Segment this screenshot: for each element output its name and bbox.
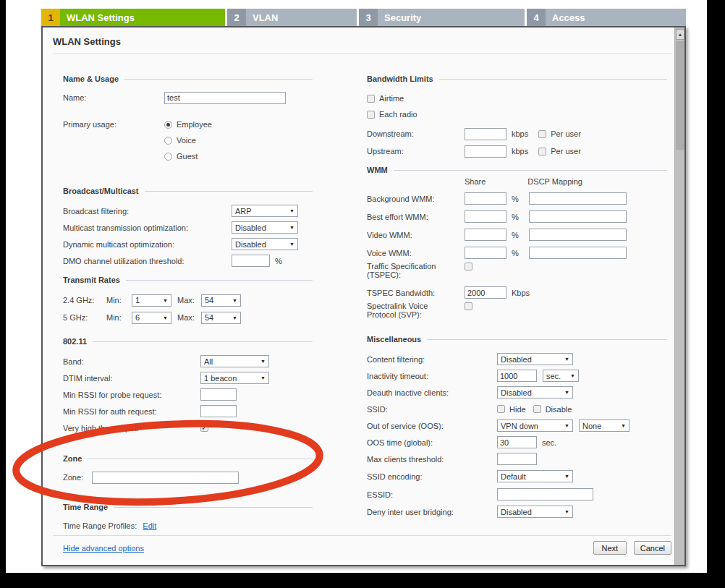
name-label: Name: bbox=[63, 93, 164, 102]
section-80211: 802.11 Band: All ▼ DTIM interval: 1 beac… bbox=[63, 336, 313, 436]
edit-time-range-link[interactable]: Edit bbox=[143, 521, 156, 530]
background-dscp-input[interactable] bbox=[529, 192, 627, 205]
inactivity-unit-select[interactable]: sec. ▼ bbox=[543, 370, 579, 382]
band-label: Band: bbox=[63, 357, 200, 366]
divider bbox=[427, 339, 667, 340]
voice-share-input[interactable] bbox=[465, 247, 506, 259]
voice-dscp-input[interactable] bbox=[529, 247, 627, 259]
deauth-clients-select[interactable]: Disabled ▼ bbox=[497, 386, 573, 399]
vht-label: Very high throughput: bbox=[63, 424, 200, 433]
min-rate-5-select[interactable]: 6 ▼ bbox=[132, 312, 171, 324]
select-value: 6 bbox=[135, 313, 140, 322]
min-label: Min: bbox=[106, 296, 132, 304]
max-rate-24-select[interactable]: 54 ▼ bbox=[201, 294, 241, 307]
dmo-threshold-input[interactable] bbox=[232, 255, 270, 267]
tab-access[interactable]: 4 Access bbox=[527, 9, 686, 26]
best-effort-dscp-input[interactable] bbox=[529, 210, 627, 223]
select-value: None bbox=[582, 422, 601, 430]
min-rate-24-select[interactable]: 1 ▼ bbox=[132, 294, 171, 307]
dtim-interval-select[interactable]: 1 beacon ▼ bbox=[200, 372, 269, 384]
tspec-bandwidth-input[interactable] bbox=[465, 286, 506, 299]
deauth-clients-label: Deauth inactive clients: bbox=[367, 388, 497, 397]
tab-security[interactable]: 3 Security bbox=[359, 9, 525, 26]
next-button[interactable]: Next bbox=[593, 541, 627, 555]
essid-input[interactable] bbox=[497, 488, 593, 500]
vht-checkbox[interactable]: ✓ bbox=[200, 424, 208, 432]
ssid-encoding-select[interactable]: Default ▼ bbox=[497, 470, 573, 482]
max-clients-input[interactable] bbox=[497, 453, 537, 465]
select-value: sec. bbox=[546, 372, 561, 380]
auth-rssi-input[interactable] bbox=[200, 405, 237, 417]
scroll-up-button[interactable]: ▲ bbox=[676, 29, 684, 40]
broadcast-filtering-select[interactable]: ARP ▼ bbox=[232, 205, 298, 217]
section-miscellaneous: Miscellaneous Content filtering: Disable… bbox=[367, 334, 667, 520]
dropdown-arrow-icon: ▼ bbox=[564, 423, 569, 428]
name-input[interactable] bbox=[164, 92, 286, 104]
scroll-thumb[interactable] bbox=[676, 41, 684, 150]
dropdown-arrow-icon: ▼ bbox=[232, 315, 237, 320]
dynamic-multicast-label: Dynamic multicast optimization: bbox=[63, 240, 232, 249]
select-value: ARP bbox=[235, 207, 252, 216]
tspec-checkbox[interactable] bbox=[465, 263, 472, 270]
hide-advanced-options-link[interactable]: Hide advanced options bbox=[63, 544, 144, 553]
select-value: Disabled bbox=[501, 355, 532, 364]
best-effort-wmm-label: Best effort WMM: bbox=[367, 213, 465, 221]
airtime-label: Airtime bbox=[379, 94, 404, 103]
select-value: 54 bbox=[205, 313, 213, 322]
select-value: 54 bbox=[205, 296, 213, 304]
band-24-label: 2.4 GHz: bbox=[63, 296, 106, 304]
dynamic-multicast-select[interactable]: Disabled ▼ bbox=[232, 238, 298, 250]
oos-secondary-select[interactable]: None ▼ bbox=[579, 419, 629, 432]
guest-radio-label: Guest bbox=[177, 152, 198, 161]
band-5-label: 5 GHz: bbox=[63, 313, 106, 322]
dmo-threshold-label: DMO channel utilization threshold: bbox=[63, 257, 232, 265]
multicast-transmission-select[interactable]: Disabled ▼ bbox=[232, 221, 298, 234]
hide-label: Hide bbox=[509, 405, 526, 414]
upstream-input[interactable] bbox=[465, 145, 506, 158]
downstream-input[interactable] bbox=[465, 128, 506, 140]
tab-label: Security bbox=[378, 9, 525, 26]
select-value: Disabled bbox=[235, 223, 266, 232]
section-wmm: WMM Share DSCP Mapping Background WMM: %… bbox=[367, 165, 667, 323]
max-rate-5-select[interactable]: 54 ▼ bbox=[201, 312, 241, 324]
background-share-input[interactable] bbox=[465, 192, 506, 205]
guest-radio[interactable] bbox=[164, 153, 172, 161]
employee-radio[interactable] bbox=[164, 121, 172, 129]
tab-wlan-settings[interactable]: 1 WLAN Settings bbox=[41, 9, 225, 26]
each-radio-checkbox[interactable] bbox=[367, 111, 375, 119]
video-share-input[interactable] bbox=[465, 229, 506, 241]
airtime-checkbox[interactable] bbox=[367, 95, 375, 103]
divider bbox=[93, 341, 313, 342]
oos-time-input[interactable] bbox=[497, 436, 537, 448]
tab-vlan[interactable]: 2 VLAN bbox=[227, 9, 357, 26]
svp-checkbox[interactable] bbox=[465, 302, 472, 310]
svp-label: Spectralink VoiceProtocol (SVP): bbox=[367, 302, 465, 319]
best-effort-share-input[interactable] bbox=[465, 210, 506, 223]
deny-bridging-select[interactable]: Disabled ▼ bbox=[497, 506, 573, 518]
oos-primary-select[interactable]: VPN down ▼ bbox=[497, 419, 573, 432]
band-select[interactable]: All ▼ bbox=[200, 355, 269, 367]
divider bbox=[53, 535, 671, 536]
upstream-label: Upstream: bbox=[367, 147, 465, 155]
ssid-disable-checkbox[interactable] bbox=[533, 405, 541, 413]
scrollbar[interactable]: ▲ bbox=[674, 27, 684, 565]
percent-unit: % bbox=[275, 257, 282, 265]
select-value: Disabled bbox=[501, 508, 532, 516]
cancel-button[interactable]: Cancel bbox=[634, 541, 671, 555]
max-label: Max: bbox=[177, 296, 201, 304]
divider bbox=[124, 79, 313, 80]
inactivity-timeout-input[interactable] bbox=[497, 370, 537, 382]
upstream-per-user-checkbox[interactable] bbox=[538, 148, 546, 155]
probe-rssi-input[interactable] bbox=[200, 388, 237, 401]
step-number: 2 bbox=[227, 9, 246, 26]
downstream-per-user-checkbox[interactable] bbox=[538, 130, 546, 138]
zone-input[interactable] bbox=[92, 472, 239, 484]
video-dscp-input[interactable] bbox=[529, 229, 627, 241]
dropdown-arrow-icon: ▼ bbox=[289, 208, 294, 213]
divider bbox=[439, 79, 667, 80]
voice-radio[interactable] bbox=[164, 137, 172, 145]
select-value: Disabled bbox=[235, 240, 266, 249]
ssid-hide-checkbox[interactable] bbox=[497, 405, 505, 413]
section-header: Time Range bbox=[63, 503, 108, 511]
content-filtering-select[interactable]: Disabled ▼ bbox=[497, 353, 573, 365]
